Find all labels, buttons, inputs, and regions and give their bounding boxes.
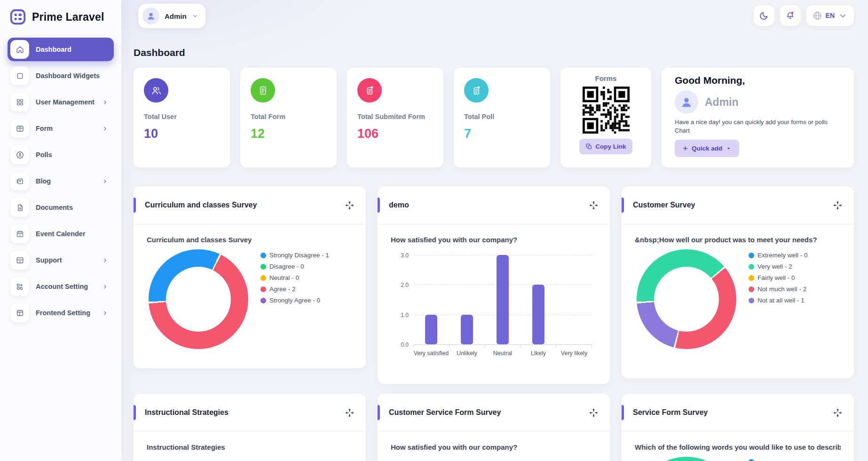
sidebar-item-dashboard-widgets[interactable]: Dashboard Widgets — [8, 64, 114, 87]
support-icon — [10, 251, 29, 270]
sidebar: Prime Laravel DashboardDashboard Widgets… — [0, 0, 121, 461]
globe-icon — [813, 11, 822, 21]
legend-item[interactable]: Strongly Disagree - 1 — [260, 252, 353, 259]
dark-mode-toggle[interactable] — [754, 5, 774, 26]
charts-row-2: Instructional StrategiesInstructional St… — [134, 394, 854, 461]
chevron-down-icon — [838, 11, 848, 21]
sidebar-item-support[interactable]: Support — [8, 248, 114, 272]
legend-item[interactable]: Not at all well - 1 — [749, 297, 841, 304]
legend-item[interactable] — [749, 459, 841, 461]
stat-label: Total Poll — [464, 113, 540, 120]
page-title: Dashboard — [134, 47, 854, 58]
brand-logo-icon — [9, 8, 27, 26]
forms-qr-card: Forms Copy Link — [560, 68, 651, 167]
accent-bar — [134, 198, 136, 213]
sidebar-item-polls[interactable]: Polls — [8, 143, 114, 167]
bar — [425, 315, 437, 344]
move-icon[interactable] — [589, 408, 599, 418]
legend-item[interactable]: Strongly Agree - 0 — [260, 297, 353, 304]
quick-add-label: Quick add — [692, 145, 722, 152]
sidebar-item-label: Form — [36, 125, 53, 132]
legend-item[interactable]: Fairly well - 0 — [749, 274, 841, 281]
legend-label: Not at all well - 1 — [758, 297, 805, 304]
chart-title: &nbsp;How well our product was to meet y… — [635, 236, 841, 244]
chart-card-body: How satisfied you with our company? — [378, 432, 610, 451]
users-grid-icon — [10, 93, 29, 111]
greeting-user-name: Admin — [705, 96, 739, 109]
calendar-icon — [10, 224, 29, 243]
accent-bar — [622, 198, 624, 213]
account-icon — [10, 277, 29, 296]
language-selector[interactable]: EN — [806, 5, 854, 26]
header-actions: EN — [754, 5, 854, 26]
move-icon[interactable] — [345, 200, 355, 210]
move-icon[interactable] — [833, 200, 843, 210]
move-icon[interactable] — [345, 408, 355, 418]
chart-title: How satisfied you with our company? — [391, 443, 597, 451]
user-menu[interactable]: Admin — [138, 4, 205, 28]
move-icon[interactable] — [833, 408, 843, 418]
home-icon — [10, 40, 29, 59]
sidebar-item-form[interactable]: Form — [8, 117, 114, 140]
gridline — [413, 344, 592, 345]
legend-item[interactable]: Not much well - 2 — [749, 286, 841, 293]
chart-card-title: Curriculum and classes Survey — [145, 201, 257, 209]
chart-card-title: Service Form Survey — [633, 408, 708, 417]
donut-chart: Extremely well - 0Very well - 2Fairly we… — [635, 249, 841, 349]
stat-label: Total Submited Form — [357, 113, 433, 120]
chart-card-body: How satisfied you with our company?3.02.… — [378, 224, 610, 357]
chart-card-body: &nbsp;How well our product was to meet y… — [622, 224, 854, 349]
notifications-button[interactable] — [780, 5, 801, 26]
greeting-heading: Good Morning, — [675, 75, 841, 86]
bar-cell — [449, 255, 485, 344]
accent-bar — [134, 405, 136, 420]
legend-label: Not much well - 2 — [758, 286, 806, 293]
bar-cell — [556, 255, 592, 344]
quick-add-button[interactable]: Quick add — [675, 140, 739, 157]
legend-item[interactable]: Very well - 2 — [749, 263, 841, 270]
sidebar-item-documents[interactable]: Documents — [8, 196, 114, 219]
sidebar-item-label: Polls — [36, 151, 52, 159]
greeting-message: Have a nice day! you can quickly add you… — [675, 118, 841, 135]
sidebar-item-account-setting[interactable]: Account Setting — [8, 275, 114, 298]
donut-chart — [635, 457, 841, 461]
stat-value: 7 — [464, 127, 540, 141]
bar-plot: 3.02.01.00.0 — [413, 255, 592, 344]
sidebar-item-user-management[interactable]: User Management — [8, 90, 114, 114]
legend-dot — [260, 253, 266, 258]
brand-logo[interactable]: Prime Laravel — [0, 0, 121, 32]
brand-name: Prime Laravel — [32, 11, 104, 24]
donut-ring — [637, 457, 736, 461]
chart-card-header: Service Form Survey — [622, 394, 854, 432]
donut-chart: Strongly Disagree - 1Disagree - 0Neutral… — [147, 249, 353, 349]
donut-ring — [149, 249, 248, 349]
chart-card-header: demo — [378, 186, 610, 224]
copy-link-button[interactable]: Copy Link — [579, 139, 632, 154]
stat-value: 10 — [144, 127, 220, 141]
y-axis-tick-label: 3.0 — [395, 252, 409, 259]
stats-row: Total User10Total Form12Total Submited F… — [134, 68, 854, 167]
users-duo-icon — [144, 78, 168, 103]
legend-item[interactable]: Agree - 2 — [260, 286, 353, 293]
document-icon — [10, 198, 29, 217]
user-name: Admin — [165, 12, 187, 20]
sidebar-item-label: User Management — [36, 98, 95, 106]
chart-card-title: demo — [389, 201, 409, 209]
legend-label: Neutral - 0 — [269, 274, 299, 281]
sidebar-item-event-calender[interactable]: Event Calender — [8, 222, 114, 246]
forms-card-title: Forms — [560, 74, 651, 82]
legend-item[interactable]: Disagree - 0 — [260, 263, 353, 270]
sidebar-item-frontend-setting[interactable]: Frontend Setting — [8, 301, 114, 325]
move-icon[interactable] — [589, 200, 599, 210]
y-axis-tick-label: 1.0 — [395, 312, 409, 318]
legend-dot — [749, 298, 754, 303]
chart-card-header: Instructional Strategies — [134, 394, 366, 432]
legend-label: Very well - 2 — [758, 263, 792, 270]
user-avatar-icon — [675, 90, 698, 114]
sidebar-item-dashboard[interactable]: Dashboard — [8, 38, 114, 61]
legend-dot — [749, 286, 754, 292]
legend-item[interactable]: Extremely well - 0 — [749, 252, 841, 259]
legend-item[interactable]: Neutral - 0 — [260, 274, 353, 281]
x-axis-label: Likely — [521, 350, 556, 357]
sidebar-item-blog[interactable]: Blog — [8, 169, 114, 193]
